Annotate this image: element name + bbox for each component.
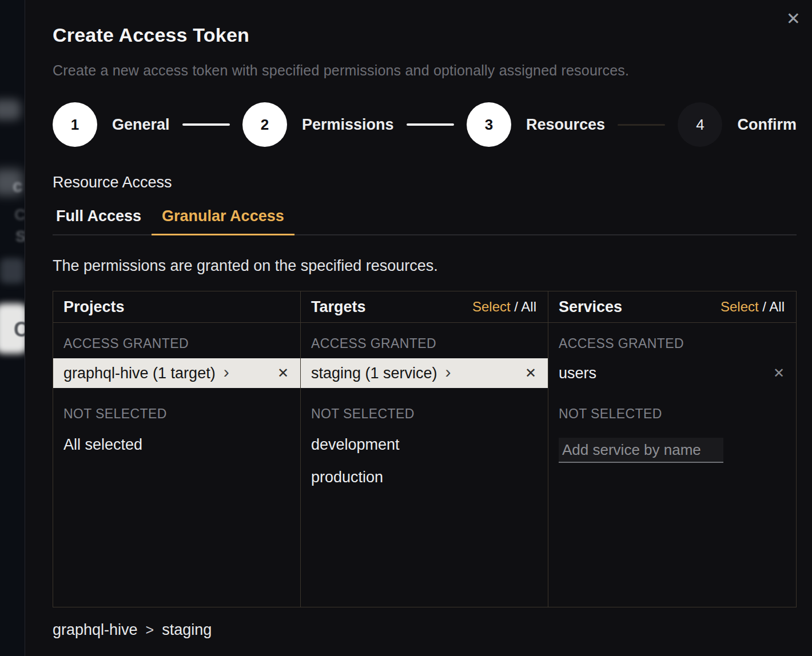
remove-icon: ✕ — [277, 365, 289, 381]
background-blur-blob — [0, 99, 21, 120]
resource-access-tabs: Full Access Granular Access — [53, 207, 797, 235]
tab-granular-access[interactable]: Granular Access — [152, 207, 294, 235]
breadcrumb-target: staging — [162, 621, 212, 639]
stepper-step-permissions[interactable]: 2 Permissions — [242, 102, 394, 147]
column-title: Targets — [311, 298, 366, 316]
background-page-strip: c C S C — [0, 0, 25, 656]
create-access-token-modal: ✕ Create Access Token Create a new acces… — [25, 0, 812, 656]
breadcrumb: graphql-hive > staging — [53, 621, 796, 639]
project-list-item-all-selected[interactable]: All selected — [53, 429, 300, 461]
granted-target-row[interactable]: staging (1 service) › ✕ — [301, 358, 548, 388]
granted-service-row[interactable]: users ✕ — [548, 358, 796, 388]
not-selected-label: NOT SELECTED — [301, 388, 548, 429]
step-label: Resources — [526, 116, 605, 134]
granted-project-label: graphql-hive (1 target) — [63, 365, 216, 382]
select-all-controls: Select / All — [721, 299, 785, 315]
access-granted-label: ACCESS GRANTED — [301, 323, 548, 358]
select-all-separator: / — [514, 299, 518, 314]
select-targets-link[interactable]: Select — [472, 299, 511, 314]
projects-column-header: Projects — [53, 291, 300, 323]
step-number-circle: 3 — [467, 102, 511, 147]
step-label: General — [112, 116, 170, 134]
chevron-right-icon: › — [445, 363, 451, 381]
section-heading-resource-access: Resource Access — [53, 174, 796, 191]
stepper-step-general[interactable]: 1 General — [53, 102, 170, 147]
step-label: Permissions — [302, 116, 394, 134]
stepper-connector — [182, 123, 230, 126]
breadcrumb-separator: > — [146, 622, 154, 638]
services-column: Services Select / All ACCESS GRANTED use… — [548, 291, 796, 607]
background-partial-text: C — [14, 206, 25, 224]
stepper-step-confirm[interactable]: 4 Confirm — [678, 102, 797, 147]
targets-column: Targets Select / All ACCESS GRANTED stag… — [301, 291, 548, 607]
stepper-step-resources[interactable]: 3 Resources — [467, 102, 605, 147]
stepper-connector — [407, 123, 454, 126]
step-number-circle: 4 — [678, 102, 722, 147]
step-number-circle: 1 — [53, 102, 97, 147]
access-granted-label: ACCESS GRANTED — [548, 323, 796, 358]
not-selected-label: NOT SELECTED — [53, 388, 300, 429]
select-all-controls: Select / All — [472, 299, 536, 315]
granted-target-label: staging (1 service) — [311, 365, 437, 382]
add-service-input[interactable] — [559, 438, 723, 463]
remove-icon: ✕ — [773, 365, 785, 381]
background-partial-text: S — [15, 227, 25, 246]
close-button[interactable]: ✕ — [783, 7, 804, 31]
projects-column: Projects ACCESS GRANTED graphql-hive (1 … — [53, 291, 301, 607]
close-icon: ✕ — [786, 9, 801, 28]
modal-subtitle: Create a new access token with specified… — [53, 62, 796, 79]
remove-project-button[interactable]: ✕ — [277, 365, 289, 381]
modal-title: Create Access Token — [53, 24, 796, 46]
access-granted-label: ACCESS GRANTED — [53, 323, 300, 358]
chevron-right-icon: › — [224, 363, 229, 381]
step-label: Confirm — [737, 116, 797, 134]
granular-access-description: The permissions are granted on the speci… — [53, 257, 796, 275]
services-column-header: Services Select / All — [548, 291, 796, 323]
remove-icon: ✕ — [525, 365, 536, 381]
target-list-item-development[interactable]: development — [301, 429, 548, 461]
granted-project-row[interactable]: graphql-hive (1 target) › ✕ — [53, 358, 300, 388]
granted-service-label: users — [559, 365, 596, 382]
wizard-stepper: 1 General 2 Permissions 3 Resources 4 Co… — [53, 102, 797, 147]
remove-target-button[interactable]: ✕ — [525, 365, 536, 381]
column-title: Services — [559, 298, 622, 316]
targets-column-header: Targets Select / All — [301, 291, 548, 323]
breadcrumb-project: graphql-hive — [53, 621, 138, 639]
remove-service-button[interactable]: ✕ — [773, 365, 785, 381]
not-selected-label: NOT SELECTED — [548, 388, 796, 429]
background-blur-blob — [0, 258, 24, 283]
column-title: Projects — [63, 298, 125, 316]
select-all-targets-link[interactable]: All — [521, 299, 536, 314]
step-number-circle: 2 — [242, 102, 287, 147]
select-all-separator: / — [762, 299, 766, 314]
background-partial-text: c — [13, 176, 22, 197]
stepper-connector — [618, 124, 665, 126]
resource-selection-table: Projects ACCESS GRANTED graphql-hive (1 … — [53, 291, 797, 607]
background-partial-text: C — [14, 318, 25, 342]
tab-full-access[interactable]: Full Access — [53, 207, 152, 235]
select-all-services-link[interactable]: All — [769, 299, 785, 314]
select-services-link[interactable]: Select — [721, 299, 759, 314]
target-list-item-production[interactable]: production — [301, 461, 548, 494]
